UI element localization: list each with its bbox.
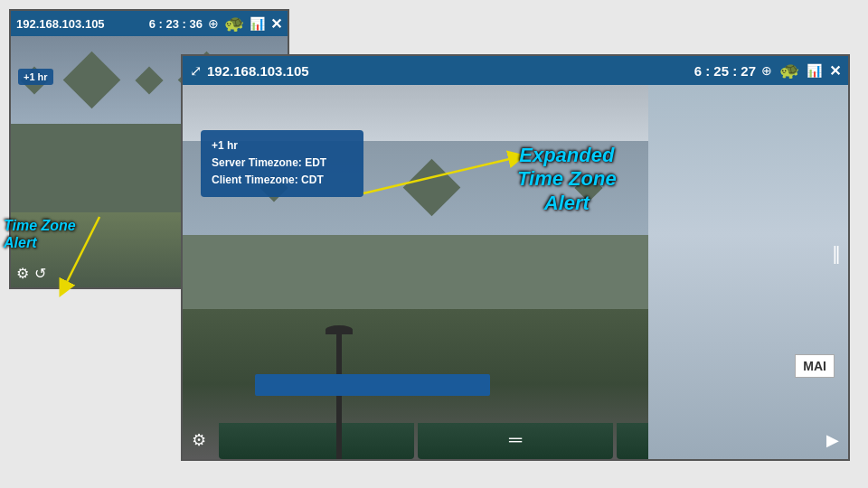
small-move-icon[interactable]: ⊕ xyxy=(208,16,219,31)
small-bars-icon[interactable]: 📊 xyxy=(250,16,265,31)
right-handle[interactable]: ‖ xyxy=(832,242,841,264)
large-expand-icon[interactable]: ⤢ xyxy=(190,62,202,80)
small-timezone-label: Time ZoneAlert xyxy=(4,217,76,251)
small-camera-time: 6 : 23 : 36 xyxy=(149,17,203,31)
large-alert-tooltip[interactable]: +1 hr Server Timezone: EDT Client Timezo… xyxy=(201,130,363,197)
diamond-2 xyxy=(63,52,121,109)
small-timezone-text: Time ZoneAlert xyxy=(4,217,76,251)
small-camera-titlebar: 192.168.103.105 6 : 23 : 36 ⊕ 🐢 📊 ✕ xyxy=(11,11,288,36)
small-camera-icons: ⊕ 🐢 📊 ✕ xyxy=(208,14,282,33)
small-alert-badge[interactable]: +1 hr xyxy=(18,69,53,85)
large-bottom-center[interactable]: ═ xyxy=(509,429,522,450)
large-camera-video: MAI +1 hr Server Timezone: EDT Client Ti… xyxy=(183,85,848,459)
small-close-icon[interactable]: ✕ xyxy=(270,15,282,33)
large-camera-titlebar: ⤢ 192.168.103.105 6 : 25 : 27 ⊕ 🐢 📊 ✕ xyxy=(183,56,848,85)
large-camera-window: ⤢ 192.168.103.105 6 : 25 : 27 ⊕ 🐢 📊 ✕ xyxy=(181,54,850,461)
lamp-post xyxy=(336,333,342,459)
large-close-icon[interactable]: ✕ xyxy=(829,62,841,80)
small-bottom-icons: ⚙ ↺ xyxy=(16,265,46,282)
large-turtle-icon[interactable]: 🐢 xyxy=(779,61,799,80)
alert-line1: +1 hr xyxy=(212,137,353,155)
small-turtle-icon[interactable]: 🐢 xyxy=(224,14,244,33)
large-bottom-icons: ⚙ xyxy=(192,430,206,450)
large-bars-icon[interactable]: 📊 xyxy=(807,63,822,78)
small-camera-ip: 192.168.103.105 xyxy=(16,17,144,31)
alert-line3: Client Timezone: CDT xyxy=(212,172,353,189)
alert-line2: Server Timezone: EDT xyxy=(212,155,353,172)
diamond-3 xyxy=(135,66,163,94)
large-move-icon[interactable]: ⊕ xyxy=(761,63,772,78)
large-camera-ip: 192.168.103.105 xyxy=(207,63,689,79)
large-settings-icon[interactable]: ⚙ xyxy=(192,431,206,449)
small-alert-text: +1 hr xyxy=(24,71,48,82)
expanded-alert-text: ExpandedTime ZoneAlert xyxy=(517,144,617,215)
small-settings-icon[interactable]: ⚙ xyxy=(16,265,29,282)
awning-1 xyxy=(219,423,414,459)
large-bottom-right[interactable]: ▶ xyxy=(826,430,839,450)
large-camera-time: 6 : 25 : 27 xyxy=(694,63,756,79)
right-building: MAI xyxy=(648,85,848,459)
lamp-head xyxy=(326,325,353,334)
expanded-alert-label: ExpandedTime ZoneAlert xyxy=(517,144,617,215)
svg-line-2 xyxy=(363,157,517,193)
blue-sign xyxy=(255,374,490,396)
large-camera-icons: ⊕ 🐢 📊 ✕ xyxy=(761,61,841,80)
main-text: MAI xyxy=(795,354,835,378)
